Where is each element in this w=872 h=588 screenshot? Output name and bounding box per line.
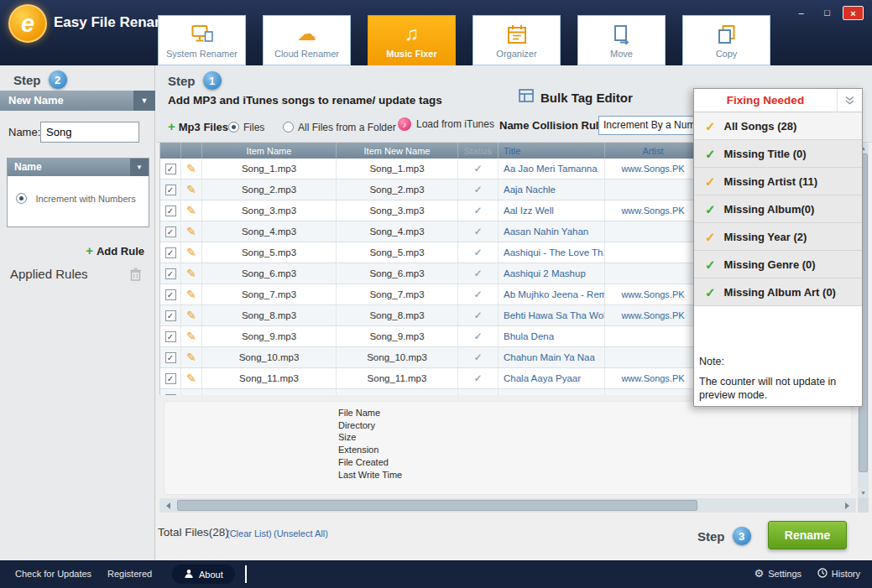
row-checkbox[interactable] [165,247,176,258]
double-chevron-icon[interactable] [837,89,862,112]
item-new-name-cell: Song_4.mp3 [337,221,458,242]
fix-filter-missing-album-art[interactable]: Missing Album Art (0) [694,278,862,306]
field-list-panel: File NameDirectorySizeExtensionFile Crea… [164,401,852,495]
about-button[interactable]: About [172,565,235,584]
row-checkbox[interactable] [165,310,176,321]
rename-button[interactable]: Rename [768,521,847,549]
artist-cell: www.Songs.PK [605,200,702,221]
fix-filter-missing-album[interactable]: Missing Album(0) [694,195,862,223]
edit-pencil-icon[interactable]: ✎ [186,393,196,395]
clear-list-link[interactable]: (Clear List) [227,528,272,539]
edit-pencil-icon[interactable]: ✎ [186,204,196,217]
increment-radio[interactable] [16,193,27,204]
horizontal-scrollbar[interactable] [159,498,856,513]
row-edit-cell: ✎ [181,200,202,221]
scroll-left-arrow[interactable] [159,498,174,513]
row-edit-cell: ✎ [181,284,202,304]
select-all-header[interactable] [160,143,181,159]
check-for-updates-link[interactable]: Check for Updates [15,569,91,579]
fix-filter-all-songs[interactable]: All Songs (28) [694,112,862,140]
fix-filter-missing-artist[interactable]: Missing Artist (11) [694,168,862,195]
history-label: History [832,569,860,579]
edit-pencil-icon[interactable]: ✎ [186,309,196,322]
row-checkbox[interactable] [165,226,176,237]
fixing-needed-panel: Fixing Needed All Songs (28) Missing Tit… [693,88,863,407]
step-label: Step [168,74,196,88]
rule-type-dropdown: Name ▼ Increment with Numbers [7,158,149,227]
row-checkbox[interactable] [165,331,176,342]
all-files-folder-radio[interactable]: All Files from a Folder [283,119,396,134]
load-from-itunes-button[interactable]: ♪ Load from iTunes [398,117,494,131]
row-checkbox[interactable] [165,268,176,279]
tab-music-fixer[interactable]: ♫ Music Fixer [368,15,456,65]
artist-header[interactable]: Artist [605,143,702,159]
row-checkbox[interactable] [165,164,176,174]
increment-radio-label: Increment with Numbers [35,194,135,204]
tab-move[interactable]: Move [577,15,666,65]
edit-column-header[interactable] [181,143,202,159]
artist-cell [605,263,702,284]
edit-pencil-icon[interactable]: ✎ [186,225,196,238]
fix-filter-missing-title[interactable]: Missing Title (0) [694,140,862,168]
scroll-right-arrow[interactable] [842,498,856,513]
files-radio[interactable]: Files [228,119,264,134]
rule-type-header[interactable]: Name ▼ [8,159,149,176]
title-header[interactable]: Title [499,143,605,159]
name-input[interactable] [40,122,139,143]
fix-filter-missing-year[interactable]: Missing Year (2) [694,223,862,251]
scroll-down-arrow[interactable]: ▼ [858,487,869,498]
step-number-badge: 2 [49,70,67,89]
edit-pencil-icon[interactable]: ✎ [186,162,196,175]
row-checkbox[interactable] [165,352,176,363]
name-collision-rule-dropdown[interactable]: Increment By a Numb [598,116,701,135]
bulk-tag-editor-button[interactable]: Bulk Tag Editor [519,89,633,106]
check-icon [705,258,716,271]
status-header[interactable]: Status [458,143,499,159]
item-name-cell: Song_4.mp3 [202,221,337,242]
row-checkbox[interactable] [165,206,176,216]
tab-label: Cloud Renamer [274,49,339,59]
artist-cell: www.Songs.PK [605,305,702,325]
row-checkbox[interactable] [165,289,176,300]
fix-filter-missing-genre[interactable]: Missing Genre (0) [694,251,862,278]
step-3-indicator: Step3 [697,527,751,545]
item-name-header[interactable]: Item Name [202,143,337,159]
tab-copy[interactable]: Copy [682,15,770,65]
row-checkbox[interactable] [165,185,176,195]
row-select-cell [160,326,181,346]
tab-label: Move [610,49,633,59]
settings-button[interactable]: ⚙ Settings [755,568,802,579]
add-mp3-files-button[interactable]: +Mp3 Files [168,119,228,134]
unselect-all-link[interactable]: (Unselect All) [274,528,328,539]
edit-pencil-icon[interactable]: ✎ [186,351,196,364]
rule-category-dropdown[interactable]: New Name ▼ [0,91,155,111]
edit-pencil-icon[interactable]: ✎ [186,267,196,280]
trash-icon[interactable] [130,268,141,284]
edit-pencil-icon[interactable]: ✎ [186,183,196,196]
horizontal-scroll-thumb[interactable] [177,500,697,511]
close-button[interactable]: × [843,6,864,20]
tag-grid-icon [519,89,534,106]
item-new-name-header[interactable]: Item New Name [337,143,458,159]
item-name-cell: Song_3.mp3 [202,200,337,221]
row-select-cell [160,284,181,304]
fix-filter-label: Missing Title (0) [724,148,807,160]
minimize-button[interactable]: – [791,6,812,20]
status-check-cell: ✓ [458,180,499,200]
item-new-name-cell: Song_6.mp3 [337,263,458,284]
tab-system-renamer[interactable]: System Renamer [158,15,246,65]
edit-pencil-icon[interactable]: ✎ [186,288,196,301]
edit-pencil-icon[interactable]: ✎ [186,330,196,343]
tab-cloud-renamer[interactable]: ☁ Cloud Renamer [263,15,351,65]
row-edit-cell: ✎ [181,180,202,200]
history-button[interactable]: History [817,568,860,580]
row-checkbox[interactable] [165,373,176,384]
maximize-button[interactable]: □ [817,6,838,20]
row-edit-cell: ✎ [181,159,202,179]
edit-pencil-icon[interactable]: ✎ [186,246,196,259]
tab-organizer[interactable]: Organizer [473,15,561,65]
row-checkbox[interactable] [165,394,176,396]
status-check-cell: ✓ [458,159,499,179]
edit-pencil-icon[interactable]: ✎ [186,372,196,385]
add-rule-button[interactable]: +Add Rule [86,243,144,258]
